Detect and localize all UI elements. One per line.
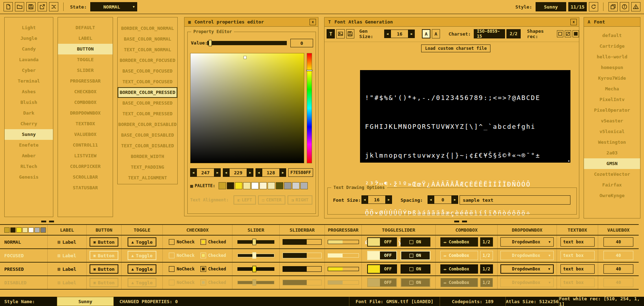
demo-toggle[interactable]: ▲Toggle xyxy=(128,237,157,247)
palette-swatch[interactable] xyxy=(292,182,300,189)
control-item[interactable]: SCROLLBAR xyxy=(58,172,113,183)
property-item[interactable]: TEXT_COLOR_NORMAL xyxy=(118,44,177,55)
font-item[interactable]: v5loxical xyxy=(584,126,640,137)
demo-combobox[interactable]: ◂▸ComboBox xyxy=(440,264,478,274)
style-item[interactable]: RLTech xyxy=(5,161,53,172)
property-item[interactable]: TEXT_COLOR_FOCUSED xyxy=(118,76,177,87)
gen-size-value[interactable]: 16 xyxy=(391,30,408,38)
demo-combobox[interactable]: ◂▸ComboBox xyxy=(440,251,478,260)
demo-sliderbar[interactable] xyxy=(283,239,322,245)
font-item[interactable]: Fairfax xyxy=(584,180,640,190)
demo-toggleslider-off[interactable]: OFF xyxy=(367,237,397,247)
font-item[interactable]: Cartridge xyxy=(584,41,640,52)
style-name-display[interactable]: Sunny xyxy=(536,2,566,11)
demo-dropdownbox[interactable]: DropdownBox▼ xyxy=(500,264,554,274)
style-item[interactable]: Cherry xyxy=(5,118,53,129)
style-item[interactable]: Terminal xyxy=(5,76,53,86)
control-item-selected[interactable]: BUTTON xyxy=(58,44,113,54)
property-item[interactable]: BORDER_COLOR_FOCUSED xyxy=(118,55,177,66)
demo-valuebox[interactable]: 40 xyxy=(603,251,633,260)
demo-toggleslider-on[interactable]: ON xyxy=(401,251,430,260)
hue-bar[interactable] xyxy=(307,53,312,163)
green-value[interactable]: 229 xyxy=(229,168,247,177)
close-icon[interactable]: x xyxy=(570,19,577,25)
demo-toggleslider-on[interactable]: ON xyxy=(401,237,430,247)
palette-swatch[interactable] xyxy=(219,182,226,189)
font-item[interactable]: 2a03 xyxy=(584,148,640,158)
font-item[interactable]: PixelIntv xyxy=(584,94,640,105)
demo-checkbox-unchecked[interactable]: NoCheck xyxy=(169,239,195,245)
demo-textbox[interactable]: text box xyxy=(560,264,595,274)
property-item[interactable]: TEXT_ALIGNMENT xyxy=(118,173,177,183)
font-item[interactable]: default xyxy=(584,30,640,41)
control-item[interactable]: LISTVIEW xyxy=(58,151,113,161)
control-item[interactable]: TOGGLE xyxy=(58,54,113,65)
color-picker[interactable] xyxy=(190,53,304,163)
control-item[interactable]: VALUEBOX xyxy=(58,129,113,140)
shapes-rec-fill-button[interactable] xyxy=(573,30,579,37)
slider-knob[interactable] xyxy=(252,252,256,259)
combobox-counter[interactable]: 1/2 xyxy=(480,264,493,274)
shapes-rec-outline-button[interactable] xyxy=(557,30,563,37)
demo-slider[interactable] xyxy=(237,267,274,271)
style-item[interactable]: Jungle xyxy=(5,33,53,44)
demo-toggle[interactable]: ▲Toggle xyxy=(128,251,157,260)
combobox-counter[interactable]: 1/2 xyxy=(480,237,493,247)
spinner-decrease-button[interactable]: ◀ xyxy=(428,195,434,204)
demo-button[interactable]: ▣Button xyxy=(90,251,119,260)
spinner-increase-button[interactable]: ▶ xyxy=(214,168,221,177)
screenshot-button[interactable] xyxy=(608,2,618,11)
palette-swatch[interactable] xyxy=(227,182,234,189)
shapes-rec-cross-button[interactable] xyxy=(565,30,571,37)
palette-swatch[interactable] xyxy=(259,182,267,189)
load-style-button[interactable] xyxy=(15,2,24,11)
property-item[interactable]: TEXT_COLOR_DISABLED xyxy=(118,141,177,151)
demo-checkbox-unchecked[interactable]: NoCheck xyxy=(169,253,195,258)
value-box[interactable]: 0 xyxy=(290,39,313,47)
font-item[interactable]: CozetteVector xyxy=(584,169,640,180)
palette-swatch[interactable] xyxy=(268,182,275,189)
demo-checkbox-checked[interactable]: Checked xyxy=(200,253,226,258)
demo-toggleslider-off[interactable]: OFF xyxy=(367,251,397,260)
demo-toggle[interactable]: ▲Toggle xyxy=(128,264,157,274)
font-size-value[interactable]: 16 xyxy=(368,195,386,204)
default-charset-button[interactable]: A xyxy=(432,29,440,38)
style-item[interactable]: Ashes xyxy=(5,86,53,97)
palette-swatch[interactable] xyxy=(276,182,283,189)
value-slider-knob[interactable] xyxy=(209,40,212,46)
font-item[interactable]: PixelOperator xyxy=(584,105,640,116)
control-item[interactable]: TEXTBOX xyxy=(58,118,113,129)
spinner-increase-button[interactable]: ▶ xyxy=(408,30,415,38)
demo-toggleslider-off[interactable]: OFF xyxy=(367,264,397,274)
slider-knob[interactable] xyxy=(252,266,256,272)
export-atlas-button[interactable] xyxy=(346,29,354,38)
spinner-increase-button[interactable]: ▶ xyxy=(386,195,392,204)
spinner-decrease-button[interactable]: ◀ xyxy=(361,195,368,204)
red-value[interactable]: 247 xyxy=(197,168,214,177)
demo-slider[interactable] xyxy=(237,240,274,244)
demo-valuebox[interactable]: 40 xyxy=(603,264,633,274)
style-item[interactable]: Enefete xyxy=(5,140,53,151)
demo-toggleslider-on[interactable]: ON xyxy=(401,264,430,274)
property-item[interactable]: BASE_COLOR_FOCUSED xyxy=(118,66,177,76)
control-item[interactable]: DEFAULT xyxy=(58,22,113,33)
control-item[interactable]: CONTROL11 xyxy=(58,140,113,151)
palette-swatch[interactable] xyxy=(243,182,251,189)
charset-value[interactable]: ISO-8859-15 xyxy=(474,29,505,38)
font-item[interactable]: Kyrou7Wide xyxy=(584,73,640,84)
new-style-button[interactable] xyxy=(4,2,13,11)
sample-text-input[interactable] xyxy=(460,195,570,205)
spinner-increase-button[interactable]: ▶ xyxy=(280,168,286,177)
font-item[interactable]: Westington xyxy=(584,137,640,148)
property-item[interactable]: BASE_COLOR_DISABLED xyxy=(118,130,177,141)
font-item[interactable]: hello-world xyxy=(584,52,640,62)
demo-dropdownbox[interactable]: DropdownBox▼ xyxy=(500,251,554,260)
style-item-selected[interactable]: Sunny xyxy=(5,129,53,140)
control-item[interactable]: CHECKBOX xyxy=(58,86,113,97)
font-item[interactable]: homespun xyxy=(584,62,640,73)
font-text-button[interactable]: T xyxy=(327,29,335,38)
font-item[interactable]: v5easter xyxy=(584,116,640,126)
random-style-button[interactable] xyxy=(49,2,58,11)
style-item[interactable]: Amber xyxy=(5,151,53,161)
reload-style-button[interactable] xyxy=(589,2,598,11)
